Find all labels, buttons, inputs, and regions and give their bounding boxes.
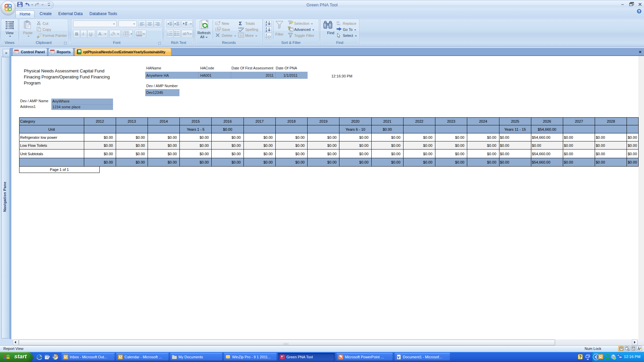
- svg-text:Z: Z: [266, 36, 267, 39]
- svg-text:Z: Z: [266, 27, 267, 29]
- svg-text:?: ?: [579, 355, 582, 359]
- svg-text:A: A: [266, 34, 267, 36]
- svg-text:ac: ac: [338, 23, 340, 25]
- svg-text:A: A: [266, 21, 267, 23]
- svg-text:A: A: [266, 30, 267, 32]
- svg-text:Z: Z: [266, 23, 267, 26]
- svg-text:3: 3: [167, 34, 168, 36]
